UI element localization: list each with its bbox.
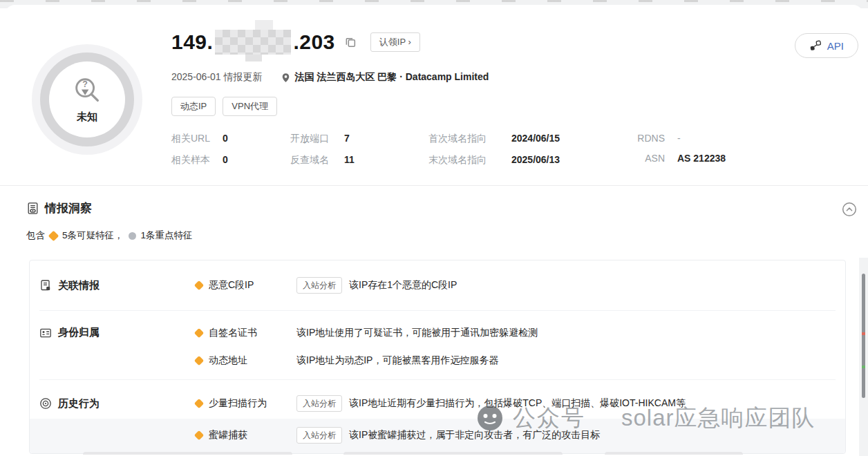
- suspicious-diamond-icon: [194, 430, 204, 440]
- collapse-section-icon[interactable]: [842, 202, 857, 217]
- suspicious-diamond-icon: [194, 281, 204, 290]
- verdict-ring-inner: ? 未知: [49, 61, 125, 137]
- tag-row: 动态IP VPN代理: [171, 97, 793, 116]
- feature-desc: 该IP地址使用了可疑证书，可能被用于通讯加密躲避检测: [296, 327, 538, 339]
- desc-cell: 该IP地址为动态IP，可能被黑客用作远控服务器: [296, 354, 836, 367]
- group-label: 关联情报: [58, 279, 100, 292]
- insight-table: 关联情报 恶意C段IP 入站分析 该IP存在1个恶意的C段IP: [29, 260, 846, 454]
- suspicious-diamond-icon: [48, 230, 59, 241]
- scrollbar-marker-green: [862, 365, 865, 368]
- stats-grid: 相关URL0 相关样本0 开放端口7 反查域名11 首次域名指向2024/06/…: [171, 133, 793, 175]
- ip-suffix: .203: [293, 30, 334, 54]
- target-icon: [39, 397, 52, 410]
- suspicious-diamond-icon: [194, 356, 204, 365]
- tag-vpn-proxy[interactable]: VPN代理: [223, 97, 277, 116]
- feature-desc: 该IP被蜜罐捕获过，属于非定向攻击者，有广泛的攻击目标: [349, 429, 600, 441]
- desc-cell: 入站分析 该IP地址近期有少量扫描行为，包括爆破TCP、端口扫描、爆破IOT-H…: [296, 395, 836, 412]
- stat-open-ports: 开放端口7: [290, 133, 428, 145]
- group-related-intel: 关联情报: [39, 279, 196, 292]
- copy-icon[interactable]: [345, 37, 357, 48]
- section-title: 情报洞察: [45, 200, 92, 216]
- feature-label: 动态地址: [209, 354, 247, 367]
- verdict-label: 未知: [77, 111, 97, 124]
- feature-desc: 该IP存在1个恶意的C段IP: [349, 279, 457, 292]
- inbound-analysis-badge: 入站分析: [296, 427, 342, 444]
- insight-doc-eye-icon: [26, 202, 39, 215]
- feature-label: 少量扫描行为: [209, 397, 267, 410]
- location-pin-icon: [281, 73, 291, 83]
- feature-label: 恶意C段IP: [209, 279, 254, 292]
- key-dot-icon: [129, 232, 136, 240]
- ip-row: 149. .203 认领IP ›: [171, 28, 793, 57]
- section-divider: [0, 185, 868, 186]
- api-button-label: API: [827, 40, 844, 52]
- scrollbar-track: [859, 258, 868, 456]
- feature-cell: 少量扫描行为: [196, 397, 296, 410]
- cutoff-card-top: [605, 452, 743, 455]
- group-history-behavior: 历史行为: [39, 397, 196, 410]
- summary-key-count: 1条重点特征: [141, 229, 193, 242]
- scrollbar-thumb[interactable]: [862, 274, 865, 398]
- feature-label: 蜜罐捕获: [209, 429, 247, 441]
- crop-dashed-edge: [0, 0, 868, 2]
- verdict-badge: ? 未知: [32, 44, 142, 155]
- inbound-analysis-badge: 入站分析: [296, 395, 342, 412]
- ip-intelligence-page: ? 未知 149. .203 认领IP › 2025-06-01 情报更新: [0, 0, 868, 456]
- svg-text:?: ?: [82, 79, 88, 89]
- desc-cell: 入站分析 该IP存在1个恶意的C段IP: [296, 277, 836, 294]
- cutoff-card-top: [83, 452, 292, 455]
- identity-card-icon: [39, 327, 52, 339]
- tag-dynamic-ip[interactable]: 动态IP: [171, 97, 216, 116]
- table-row: 身份归属 自签名证书 该IP地址使用了可疑证书，可能被用于通讯加密躲避检测: [30, 311, 845, 346]
- claim-ip-button[interactable]: 认领IP ›: [370, 32, 420, 52]
- stat-reverse-domains: 反查域名11: [290, 154, 428, 167]
- group-identity: 身份归属: [39, 326, 196, 339]
- desc-cell: 该IP地址使用了可疑证书，可能被用于通讯加密躲避检测: [296, 327, 836, 339]
- cutoff-card-top: [343, 452, 563, 455]
- group-label: 身份归属: [58, 326, 100, 339]
- unknown-magnifier-icon: ?: [71, 75, 103, 107]
- geo-location: 法国 法兰西岛大区 巴黎 · Datacamp Limited: [295, 71, 489, 84]
- feature-cell: 自签名证书: [196, 327, 296, 339]
- update-date: 2025-06-01 情报更新: [171, 71, 263, 84]
- stat-related-url: 相关URL0: [171, 133, 290, 145]
- suspicious-diamond-icon: [194, 327, 204, 337]
- feature-cell: 动态地址: [196, 354, 296, 367]
- stat-first-domain-point: 首次域名指向2024/06/15: [428, 133, 633, 145]
- api-plug-icon: [809, 39, 822, 52]
- related-intel-icon: [39, 279, 52, 292]
- insight-section-header: 情报洞察: [26, 200, 92, 216]
- summary-prefix: 包含: [26, 229, 45, 242]
- inbound-analysis-badge: 入站分析: [296, 277, 342, 294]
- table-row: 关联情报 恶意C段IP 入站分析 该IP存在1个恶意的C段IP: [30, 260, 845, 310]
- table-row: 蜜罐捕获 入站分析 该IP被蜜罐捕获过，属于非定向攻击者，有广泛的攻击目标: [30, 419, 845, 453]
- ip-prefix: 149.: [171, 30, 213, 54]
- ip-mosaic-blur: [215, 30, 291, 55]
- stat-related-samples: 相关样本0: [171, 154, 290, 167]
- stat-asn: ASNAS 212238: [633, 153, 726, 164]
- feature-cell: 恶意C段IP: [196, 279, 296, 292]
- api-button[interactable]: API: [795, 33, 858, 58]
- summary-suspicious-count: 5条可疑特征，: [62, 229, 124, 242]
- stat-rdns: RDNS-: [633, 133, 726, 144]
- feature-label: 自签名证书: [209, 327, 257, 339]
- meta-row: 2025-06-01 情报更新 法国 法兰西岛大区 巴黎 · Datacamp …: [171, 70, 793, 84]
- feature-desc: 该IP地址近期有少量扫描行为，包括爆破TCP、端口扫描、爆破IOT-HIKCAM…: [349, 397, 686, 410]
- stat-last-domain-point: 末次域名指向2025/06/13: [428, 154, 633, 167]
- suspicious-diamond-icon: [194, 399, 204, 408]
- group-label: 历史行为: [58, 397, 100, 410]
- table-row: 动态地址 该IP地址为动态IP，可能被黑客用作远控服务器: [30, 346, 845, 379]
- feature-desc: 该IP地址为动态IP，可能被黑客用作远控服务器: [296, 354, 498, 367]
- header: 149. .203 认领IP › 2025-06-01 情报更新 法国 法兰西岛…: [171, 28, 793, 175]
- verdict-ring: ? 未知: [40, 53, 134, 146]
- desc-cell: 入站分析 该IP被蜜罐捕获过，属于非定向攻击者，有广泛的攻击目标: [296, 427, 836, 444]
- table-row: 历史行为 少量扫描行为 入站分析 该IP地址近期有少量扫描行为，包括爆破TCP、…: [30, 380, 845, 419]
- feature-summary: 包含 5条可疑特征， 1条重点特征: [26, 229, 193, 242]
- scrollbar-marker-red: [862, 332, 865, 335]
- feature-cell: 蜜罐捕获: [196, 429, 296, 441]
